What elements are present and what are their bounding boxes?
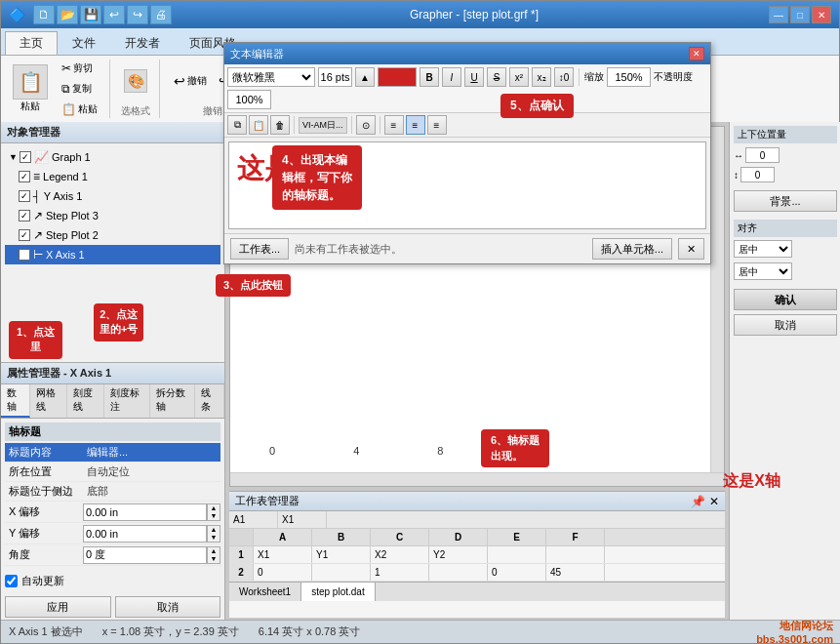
checkbox-xaxis1[interactable]: ✓ bbox=[19, 249, 30, 261]
copy-tb-btn[interactable]: ⧉ bbox=[227, 115, 247, 135]
cut-button[interactable]: ✂ 剪切 bbox=[58, 60, 97, 77]
ws-tab-worksheet1[interactable]: Worksheet1 bbox=[229, 583, 301, 601]
font-select[interactable]: 微软雅黑 bbox=[227, 67, 315, 87]
paste-tb-btn[interactable]: 📋 bbox=[249, 115, 268, 135]
props-tab-tick[interactable]: 刻度线 bbox=[67, 384, 104, 418]
ws-r2-b[interactable] bbox=[312, 564, 371, 581]
xoffset-down[interactable]: ▼ bbox=[208, 512, 220, 520]
checkbox-stepplot2[interactable]: ✓ bbox=[19, 229, 30, 241]
ws-r2-c[interactable]: 1 bbox=[371, 564, 429, 581]
dialog-close-btn[interactable]: ✕ bbox=[689, 47, 704, 60]
props-tab-grid[interactable]: 网格线 bbox=[30, 384, 67, 418]
ws-r1-e[interactable] bbox=[488, 546, 546, 563]
pos-y-input[interactable] bbox=[740, 167, 775, 182]
auto-update-checkbox[interactable] bbox=[5, 575, 18, 587]
maximize-btn[interactable]: □ bbox=[790, 6, 810, 23]
insert-sym-btn[interactable]: ⊙ bbox=[356, 115, 376, 135]
italic-btn[interactable]: I bbox=[442, 67, 461, 87]
ws-r2-f[interactable]: 45 bbox=[546, 564, 605, 581]
opacity-input[interactable] bbox=[227, 90, 271, 109]
xoffset-spinner[interactable]: ▲ ▼ bbox=[207, 503, 220, 521]
vertical-scrollbar[interactable] bbox=[710, 127, 724, 486]
del-tb-btn[interactable]: 🗑 bbox=[270, 115, 290, 135]
ws-r1-d[interactable]: Y2 bbox=[429, 546, 488, 563]
subscript-btn[interactable]: x₂ bbox=[532, 67, 551, 87]
ws-r2-d[interactable] bbox=[429, 564, 488, 581]
horizontal-scrollbar[interactable] bbox=[230, 472, 724, 486]
align-h-select[interactable]: 居中 bbox=[734, 240, 792, 258]
xoffset-up[interactable]: ▲ bbox=[208, 504, 220, 512]
ws-r2-e[interactable]: 0 bbox=[488, 564, 546, 581]
cancel-props-btn[interactable]: 取消 bbox=[115, 596, 221, 618]
confirm-btn[interactable]: 确认 bbox=[734, 289, 837, 310]
cancel-right-btn[interactable]: 取消 bbox=[734, 314, 837, 336]
props-tab-line[interactable]: 线条 bbox=[195, 384, 224, 418]
close-btn[interactable]: ✕ bbox=[812, 6, 831, 23]
tab-developer[interactable]: 开发者 bbox=[110, 31, 175, 55]
ws-col-e[interactable]: E bbox=[488, 529, 546, 545]
pos-x-input[interactable] bbox=[745, 147, 780, 163]
ws-tab-stepplot[interactable]: step plot.dat bbox=[301, 583, 375, 601]
props-row-position[interactable]: 所在位置 自动定位 bbox=[5, 463, 220, 482]
save-btn[interactable]: 💾 bbox=[80, 5, 101, 24]
spacing-btn[interactable]: ↕0 bbox=[554, 67, 574, 87]
yoffset-spinner[interactable]: ▲ ▼ bbox=[207, 525, 220, 543]
ws-col-c[interactable]: C bbox=[371, 529, 429, 545]
props-row-side[interactable]: 标题位于侧边 底部 bbox=[5, 482, 220, 502]
ws-col-d[interactable]: D bbox=[429, 529, 488, 545]
bold-btn[interactable]: B bbox=[420, 67, 439, 87]
undo-tb-btn[interactable]: ↩ bbox=[103, 5, 125, 24]
ws-col-f[interactable]: F bbox=[546, 529, 605, 545]
footer-close-btn[interactable]: ✕ bbox=[678, 238, 704, 260]
ws-r1-f[interactable] bbox=[546, 546, 605, 563]
checkbox-legend1[interactable]: ✓ bbox=[19, 171, 30, 182]
align-right-btn[interactable]: ≡ bbox=[427, 115, 447, 135]
copy-button[interactable]: ⧉ 复制 bbox=[58, 80, 96, 98]
workbook-btn[interactable]: 工作表... bbox=[230, 238, 289, 260]
tree-item-legend1[interactable]: ✓ ≡ Legend 1 bbox=[5, 167, 220, 186]
new-btn[interactable]: 🗋 bbox=[33, 5, 55, 24]
angle-down[interactable]: ▼ bbox=[208, 555, 220, 563]
tree-item-xaxis1[interactable]: ✓ ⊢ X Axis 1 bbox=[5, 245, 220, 264]
ws-r1-b[interactable]: Y1 bbox=[312, 546, 371, 563]
background-btn[interactable]: 背景... bbox=[734, 190, 837, 212]
yoffset-down[interactable]: ▼ bbox=[208, 534, 220, 542]
font-size-input[interactable] bbox=[318, 67, 352, 87]
ws-col-b[interactable]: B bbox=[312, 529, 371, 545]
props-tab-ticklabel[interactable]: 刻度标注 bbox=[104, 384, 150, 418]
special-btn[interactable]: VI-AM日... bbox=[299, 117, 347, 134]
props-input-angle[interactable] bbox=[83, 546, 207, 564]
paste2-button[interactable]: 📋 粘贴 bbox=[58, 101, 101, 118]
tree-item-stepplot2[interactable]: ✓ ↗ Step Plot 2 bbox=[5, 225, 220, 245]
checkbox-yaxis1[interactable]: ✓ bbox=[19, 190, 30, 202]
print-btn[interactable]: 🖨 bbox=[150, 5, 172, 24]
tree-item-yaxis1[interactable]: ✓ ┤ Y Axis 1 bbox=[5, 186, 220, 206]
redo-tb-btn[interactable]: ↪ bbox=[127, 5, 148, 24]
angle-up[interactable]: ▲ bbox=[208, 547, 220, 555]
undo-ribbon-btn[interactable]: ↩ 撤销 bbox=[170, 71, 211, 91]
align-left-btn[interactable]: ≡ bbox=[384, 115, 404, 135]
checkbox-graph1[interactable]: ✓ bbox=[20, 151, 31, 163]
zoom-input[interactable] bbox=[607, 67, 651, 87]
props-row-title-content[interactable]: 标题内容 编辑器... bbox=[5, 443, 220, 463]
checkbox-stepplot3[interactable]: ✓ bbox=[19, 210, 30, 221]
tab-home[interactable]: 主页 bbox=[5, 31, 58, 55]
paste-button[interactable]: 📋 粘贴 bbox=[7, 62, 54, 115]
yoffset-up[interactable]: ▲ bbox=[208, 526, 220, 534]
worksheet-close-icon[interactable]: ✕ bbox=[709, 495, 719, 508]
props-input-xoffset[interactable] bbox=[83, 503, 207, 521]
tree-item-stepplot3[interactable]: ✓ ↗ Step Plot 3 bbox=[5, 206, 220, 225]
superscript-btn[interactable]: x² bbox=[509, 67, 529, 87]
insert-cell-btn[interactable]: 插入单元格... bbox=[592, 238, 672, 260]
font-color-btn[interactable] bbox=[378, 67, 417, 87]
props-input-yoffset[interactable] bbox=[83, 525, 207, 543]
props-tab-axis[interactable]: 数轴 bbox=[1, 384, 30, 418]
underline-btn[interactable]: U bbox=[464, 67, 484, 87]
font-size-up[interactable]: ▲ bbox=[355, 67, 375, 87]
tree-item-graph1[interactable]: ▼ ✓ 📈 Graph 1 bbox=[5, 147, 220, 167]
ws-r1-c[interactable]: X2 bbox=[371, 546, 429, 563]
tab-file[interactable]: 文件 bbox=[58, 31, 110, 55]
angle-spinner[interactable]: ▲ ▼ bbox=[207, 546, 220, 564]
apply-btn[interactable]: 应用 bbox=[5, 596, 111, 618]
props-tab-split[interactable]: 拆分数轴 bbox=[150, 384, 196, 418]
